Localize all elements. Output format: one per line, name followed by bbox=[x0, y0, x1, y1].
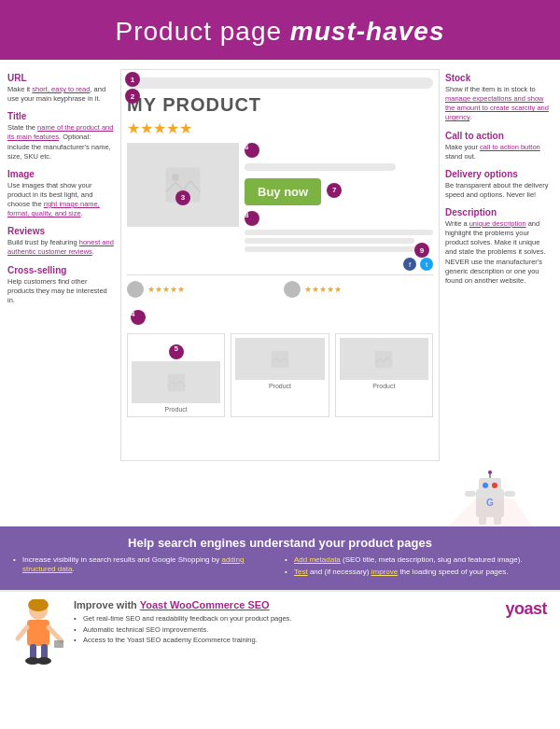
badge-3: 3 bbox=[175, 190, 190, 205]
related-img-icon-1 bbox=[167, 373, 186, 392]
review-stars-1: ★★★★★ bbox=[147, 285, 185, 294]
bottom-text: Improve with Yoast WooCommerce SEO Get r… bbox=[74, 599, 496, 647]
bottom-bullet-2: Automatic technical SEO improvements. bbox=[74, 625, 496, 635]
svg-point-10 bbox=[488, 470, 492, 474]
robot-area: G bbox=[0, 470, 560, 526]
svg-line-22 bbox=[18, 627, 27, 638]
related-products: 5 Product Product Product bbox=[127, 333, 433, 417]
review-item-2: ★★★★★ bbox=[284, 281, 433, 298]
badge-1: 1 bbox=[125, 72, 140, 87]
review-stars-2: ★★★★★ bbox=[304, 285, 342, 294]
badge-5: 5 bbox=[169, 344, 184, 359]
product-image bbox=[127, 143, 239, 227]
yoast-logo: yoast bbox=[505, 599, 547, 623]
svg-point-7 bbox=[483, 483, 488, 488]
badge-6: 6 bbox=[245, 143, 259, 158]
facebook-icon[interactable]: f bbox=[403, 258, 416, 271]
related-product-label-2: Product bbox=[235, 383, 324, 389]
shopper-icon bbox=[13, 599, 64, 674]
yoast-logo-text: yoast bbox=[505, 599, 547, 619]
sidebar-item-reviews: Reviews Build trust by featuring honest … bbox=[7, 226, 115, 257]
review-item-1: ★★★★★ bbox=[127, 281, 276, 298]
svg-rect-3 bbox=[272, 350, 288, 367]
bottom-bullet-1: Get real-time SEO and readability feedba… bbox=[74, 614, 496, 624]
related-product-label-1: Product bbox=[132, 406, 220, 413]
svg-point-8 bbox=[492, 483, 497, 488]
bottom-bullet-3: Access to the Yoast SEO academy Ecommerc… bbox=[74, 636, 496, 645]
badge-9: 9 bbox=[414, 243, 429, 258]
seo-bullets: Increase visibility in search results an… bbox=[13, 555, 547, 581]
related-product-3[interactable]: Product bbox=[335, 333, 433, 417]
left-sidebar: URL Make it short, easy to read, and use… bbox=[7, 69, 115, 461]
robot-icon: G bbox=[448, 470, 532, 526]
svg-point-26 bbox=[36, 657, 51, 665]
seo-section: Help search engines understand your prod… bbox=[0, 526, 560, 590]
stock-indicator bbox=[245, 163, 396, 171]
sidebar-item-stock: Stock Show if the item is in stock to ma… bbox=[445, 73, 553, 123]
seo-bullet-right-1: Add metadata (SEO title, meta descriptio… bbox=[285, 555, 547, 565]
badge-8: 8 bbox=[245, 211, 259, 226]
sidebar-item-description: Description Write a unique description a… bbox=[445, 207, 553, 286]
right-sidebar: Stock Show if the item is in stock to ma… bbox=[445, 69, 553, 461]
product-desc-placeholder bbox=[245, 230, 433, 252]
badge-7: 7 bbox=[327, 183, 342, 198]
related-img-icon-3 bbox=[374, 350, 393, 369]
seo-bullets-right: Add metadata (SEO title, meta descriptio… bbox=[285, 555, 547, 581]
related-img-icon-2 bbox=[271, 350, 289, 369]
badge-2: 2 bbox=[125, 89, 140, 104]
product-right-column: 6 Buy now 7 8 bbox=[245, 143, 433, 252]
page-header: Product page must-haves bbox=[0, 0, 560, 60]
sidebar-item-crossselling: Cross-selling Help customers find other … bbox=[7, 265, 115, 305]
related-product-img-2 bbox=[235, 338, 324, 380]
twitter-icon[interactable]: t bbox=[420, 258, 433, 271]
robot-illustration: G bbox=[448, 470, 532, 526]
bottom-bullets: Get real-time SEO and readability feedba… bbox=[74, 614, 496, 645]
svg-rect-21 bbox=[54, 640, 63, 648]
svg-point-1 bbox=[172, 174, 179, 181]
sidebar-item-title: Title State the name of the product and … bbox=[7, 111, 115, 161]
product-mockup: 1 2 MY PRODUCT ★★★★★ 3 6 Buy now bbox=[120, 69, 440, 461]
reviewer-avatar-1 bbox=[127, 281, 144, 298]
shopping-figure bbox=[13, 599, 64, 678]
reviewer-avatar-2 bbox=[284, 281, 301, 298]
svg-rect-19 bbox=[27, 620, 49, 646]
seo-bullet-left-1: Increase visibility in search results an… bbox=[13, 555, 275, 575]
svg-marker-16 bbox=[448, 498, 532, 526]
product-stars: ★★★★★ bbox=[127, 119, 433, 137]
svg-rect-6 bbox=[479, 478, 501, 495]
bottom-section: Improve with Yoast WooCommerce SEO Get r… bbox=[0, 590, 560, 687]
related-product-img-1 bbox=[132, 361, 220, 403]
reviews-section: ★★★★★ ★★★★★ 4 bbox=[127, 274, 433, 328]
svg-line-20 bbox=[49, 627, 62, 641]
sidebar-item-cta: Call to action Make your call to action … bbox=[445, 131, 553, 161]
related-product-2[interactable]: Product bbox=[231, 333, 329, 417]
url-bar bbox=[127, 77, 433, 89]
seo-section-title: Help search engines understand your prod… bbox=[13, 536, 547, 550]
badge-4: 4 bbox=[131, 310, 146, 325]
social-icons-row: f t bbox=[127, 258, 433, 271]
bottom-title: Improve with Yoast WooCommerce SEO bbox=[74, 599, 496, 610]
seo-bullet-right-2: Test and (if necessary) improve the load… bbox=[285, 568, 547, 577]
related-product-label-3: Product bbox=[340, 383, 428, 389]
sidebar-item-url: URL Make it short, easy to read, and use… bbox=[7, 73, 115, 104]
buy-now-button[interactable]: Buy now bbox=[245, 178, 321, 205]
product-main-row: 3 6 Buy now 7 8 bbox=[127, 143, 433, 252]
related-product-img-3 bbox=[340, 338, 428, 380]
reviews-row: ★★★★★ ★★★★★ bbox=[127, 281, 433, 298]
main-content: URL Make it short, easy to read, and use… bbox=[0, 60, 560, 470]
page-title: Product page must-haves bbox=[19, 17, 541, 47]
sidebar-item-delivery: Delivery options Be transparent about th… bbox=[445, 169, 553, 200]
product-title: MY PRODUCT bbox=[127, 94, 433, 116]
yoast-link[interactable]: Yoast WooCommerce SEO bbox=[140, 599, 270, 610]
svg-rect-12 bbox=[504, 491, 515, 497]
svg-rect-11 bbox=[465, 491, 476, 497]
seo-bullets-left: Increase visibility in search results an… bbox=[13, 555, 275, 581]
svg-rect-4 bbox=[375, 350, 392, 367]
related-product-1[interactable]: 5 Product bbox=[127, 333, 225, 417]
sidebar-item-image: Image Use images that show your product … bbox=[7, 169, 115, 219]
svg-rect-2 bbox=[167, 373, 184, 390]
